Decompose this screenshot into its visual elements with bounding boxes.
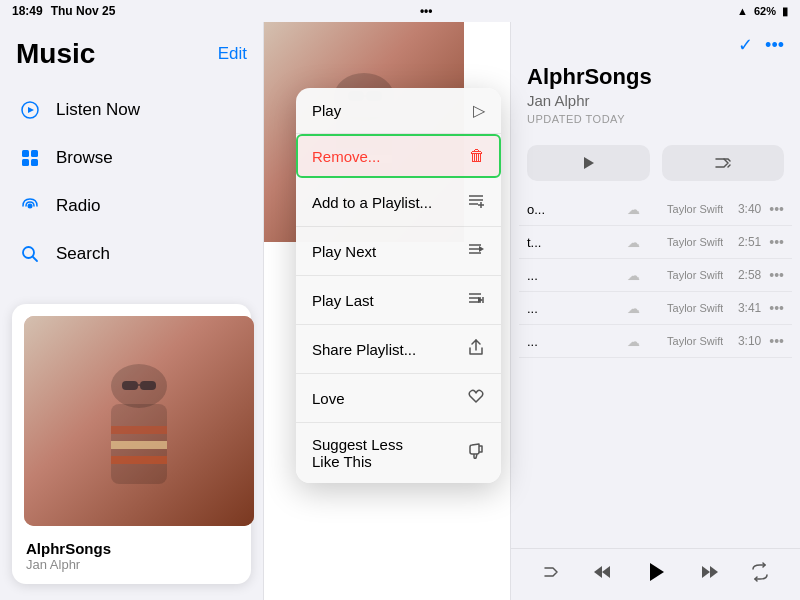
trash-icon: 🗑 <box>469 147 485 165</box>
track-duration: 3:10 <box>731 334 761 348</box>
svg-marker-30 <box>650 563 664 581</box>
context-menu-play[interactable]: Play ▷ <box>296 88 501 134</box>
rewind-button[interactable] <box>591 561 613 588</box>
svg-marker-1 <box>28 107 34 113</box>
track-title: o... <box>527 202 619 217</box>
svg-marker-29 <box>602 566 610 578</box>
browse-icon <box>18 146 42 170</box>
track-duration: 2:51 <box>731 235 761 249</box>
play-icon: ▷ <box>473 101 485 120</box>
transport-bar <box>511 548 800 600</box>
add-playlist-label: Add to a Playlist... <box>312 194 432 211</box>
mini-player-artist: Jan Alphr <box>26 557 237 572</box>
more-options-button[interactable]: ••• <box>765 34 784 56</box>
status-bar: 18:49 Thu Nov 25 ••• ▲ 62% ▮ <box>0 0 800 22</box>
sidebar-item-listen-now[interactable]: Listen Now <box>8 86 255 134</box>
track-title: t... <box>527 235 619 250</box>
context-menu-play-last[interactable]: Play Last <box>296 276 501 325</box>
battery-icon: ▮ <box>782 5 788 18</box>
shuffle-transport-button[interactable] <box>542 562 562 587</box>
suggest-less-label: Suggest LessLike This <box>312 436 403 470</box>
svg-rect-4 <box>22 159 29 166</box>
mini-player-title: AlphrSongs <box>26 540 237 557</box>
search-label: Search <box>56 244 110 264</box>
more-icon: ••• <box>420 4 433 18</box>
track-more-button[interactable]: ••• <box>769 201 784 217</box>
sidebar-item-radio[interactable]: Radio <box>8 182 255 230</box>
svg-rect-16 <box>111 441 167 449</box>
sidebar-item-browse[interactable]: Browse <box>8 134 255 182</box>
track-duration: 3:40 <box>731 202 761 216</box>
checkmark-button[interactable]: ✓ <box>738 34 753 56</box>
play-last-label: Play Last <box>312 292 374 309</box>
mini-player[interactable]: AlphrSongs Jan Alphr <box>12 304 251 584</box>
track-more-button[interactable]: ••• <box>769 234 784 250</box>
track-artist: Taylor Swift <box>648 203 723 215</box>
play-label: Play <box>312 102 341 119</box>
context-menu-remove[interactable]: Remove... 🗑 <box>296 134 501 178</box>
context-menu-play-next[interactable]: Play Next <box>296 227 501 276</box>
track-artist: Taylor Swift <box>648 269 723 281</box>
search-icon <box>18 242 42 266</box>
edit-button[interactable]: Edit <box>218 44 247 64</box>
track-cloud-icon: ☁ <box>627 202 640 217</box>
track-duration: 2:58 <box>731 268 761 282</box>
track-item: ... ☁ Taylor Swift 2:58 ••• <box>519 259 792 292</box>
right-panel: ✓ ••• AlphrSongs Jan Alphr UPDATED TODAY <box>510 22 800 600</box>
mini-player-info: AlphrSongs Jan Alphr <box>24 536 239 572</box>
remove-label: Remove... <box>312 148 380 165</box>
track-artist: Taylor Swift <box>648 335 723 347</box>
track-more-button[interactable]: ••• <box>769 333 784 349</box>
track-title: ... <box>527 334 619 349</box>
svg-rect-12 <box>122 381 138 390</box>
svg-marker-27 <box>584 157 594 169</box>
love-label: Love <box>312 390 345 407</box>
svg-marker-32 <box>710 566 718 578</box>
sidebar-nav: Listen Now Browse <box>0 86 263 296</box>
heart-icon <box>467 387 485 409</box>
play-next-icon <box>467 240 485 262</box>
svg-rect-2 <box>22 150 29 157</box>
status-time: 18:49 <box>12 4 43 18</box>
track-more-button[interactable]: ••• <box>769 267 784 283</box>
svg-rect-17 <box>111 456 167 464</box>
listen-now-icon <box>18 98 42 122</box>
wifi-icon: ▲ <box>737 5 748 17</box>
repeat-button[interactable] <box>750 562 770 587</box>
track-list: o... ☁ Taylor Swift 3:40 ••• t... ☁ Tayl… <box>511 193 800 548</box>
track-artist: Taylor Swift <box>648 302 723 314</box>
svg-line-8 <box>33 257 37 261</box>
play-transport-button[interactable] <box>642 558 670 592</box>
svg-rect-13 <box>140 381 156 390</box>
play-next-label: Play Next <box>312 243 376 260</box>
track-cloud-icon: ☁ <box>627 268 640 283</box>
radio-label: Radio <box>56 196 100 216</box>
shuffle-button[interactable] <box>662 145 785 181</box>
context-menu-love[interactable]: Love <box>296 374 501 423</box>
play-button[interactable] <box>527 145 650 181</box>
track-item: ... ☁ Taylor Swift 3:41 ••• <box>519 292 792 325</box>
context-menu: Play ▷ Remove... 🗑 Add to a Playlist... <box>296 88 501 483</box>
track-more-button[interactable]: ••• <box>769 300 784 316</box>
share-playlist-label: Share Playlist... <box>312 341 416 358</box>
sidebar-item-search[interactable]: Search <box>8 230 255 278</box>
context-menu-share-playlist[interactable]: Share Playlist... <box>296 325 501 374</box>
track-cloud-icon: ☁ <box>627 334 640 349</box>
track-cloud-icon: ☁ <box>627 235 640 250</box>
context-menu-add-playlist[interactable]: Add to a Playlist... <box>296 178 501 227</box>
sidebar-header: Music Edit <box>0 30 263 86</box>
svg-rect-5 <box>31 159 38 166</box>
track-item: ... ☁ Taylor Swift 3:10 ••• <box>519 325 792 358</box>
track-artist: Taylor Swift <box>648 236 723 248</box>
playlist-controls <box>511 137 800 193</box>
track-title: ... <box>527 301 619 316</box>
add-playlist-icon <box>467 191 485 213</box>
fast-forward-button[interactable] <box>699 561 721 588</box>
sidebar-title: Music <box>16 38 95 70</box>
radio-icon <box>18 194 42 218</box>
context-menu-suggest-less[interactable]: Suggest LessLike This <box>296 423 501 483</box>
track-title: ... <box>527 268 619 283</box>
svg-point-6 <box>28 204 33 209</box>
playlist-author: Jan Alphr <box>527 92 784 109</box>
track-item: o... ☁ Taylor Swift 3:40 ••• <box>519 193 792 226</box>
